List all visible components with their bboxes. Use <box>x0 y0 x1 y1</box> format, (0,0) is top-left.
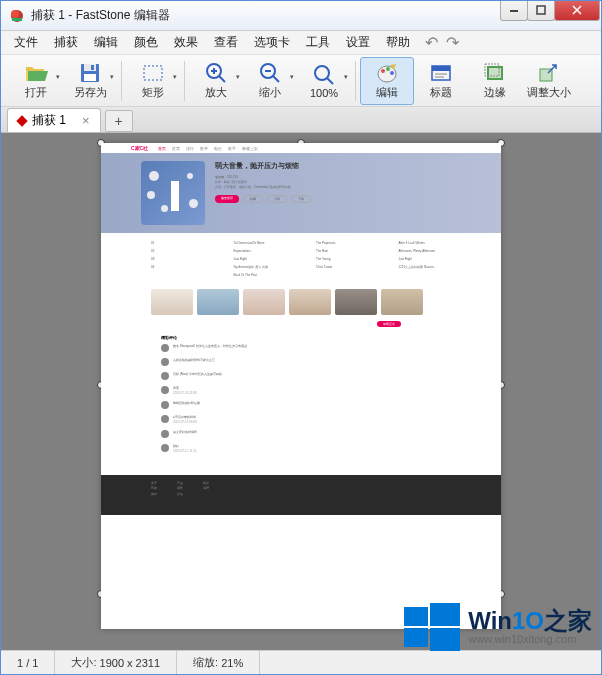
play-button: 播放全部 <box>215 195 239 203</box>
site-logo: C家C社 <box>131 145 148 151</box>
svg-rect-4 <box>537 6 545 14</box>
comments-section: 精彩评论 匿名 Shunyuan2 陪伴让人生有意义，时光让岁月有痕迹 人类发明… <box>101 329 501 465</box>
svg-rect-9 <box>144 66 162 80</box>
rect-button[interactable]: 矩形▾ <box>126 57 180 105</box>
svg-point-1 <box>11 10 19 18</box>
playlist-title: 弱大音量，抛开压力与烦恼 <box>215 161 461 171</box>
menu-view[interactable]: 查看 <box>207 32 245 53</box>
magnifier-icon <box>313 63 335 87</box>
resize-icon <box>538 61 560 85</box>
undo-icon[interactable]: ↶ <box>425 33 438 52</box>
svg-point-12 <box>315 66 329 80</box>
svg-point-15 <box>386 67 390 71</box>
site-nav: 首页推荐排行歌单电台歌手新碟上架 <box>158 146 264 151</box>
album-cover <box>141 161 205 225</box>
svg-point-16 <box>390 71 394 75</box>
modified-indicator-icon <box>16 115 27 126</box>
zoomout-button[interactable]: 缩小▾ <box>243 57 297 105</box>
statusbar: 1 / 1 大小: 1900 x 2311 缩放: 21% <box>1 650 601 674</box>
resize-button[interactable]: 调整大小 <box>522 57 576 105</box>
menu-tabs[interactable]: 选项卡 <box>247 32 297 53</box>
menubar: 文件 捕获 编辑 颜色 效果 查看 选项卡 工具 设置 帮助 ↶ ↷ <box>1 31 601 55</box>
svg-rect-8 <box>84 74 96 81</box>
svg-rect-6 <box>84 64 96 71</box>
zoom-indicator: 缩放: 21% <box>177 651 260 674</box>
size-indicator: 大小: 1900 x 2311 <box>55 651 177 674</box>
tab-close-icon[interactable]: × <box>82 113 90 128</box>
menu-color[interactable]: 颜色 <box>127 32 165 53</box>
captured-image[interactable]: C家C社 首页推荐排行歌单电台歌手新碟上架 弱大音量，抛开压力与烦恼 <box>101 143 501 629</box>
menu-file[interactable]: 文件 <box>7 32 45 53</box>
palette-icon <box>376 61 398 85</box>
preview-content: C家C社 首页推荐排行歌单电台歌手新碟上架 弱大音量，抛开压力与烦恼 <box>101 143 501 629</box>
folder-open-icon <box>24 61 48 85</box>
save-icon <box>79 61 101 85</box>
menu-tool[interactable]: 工具 <box>299 32 337 53</box>
separator <box>355 61 356 101</box>
document-tab[interactable]: 捕获 1 × <box>7 108 101 132</box>
svg-point-14 <box>381 69 385 73</box>
app-window: 捕获 1 - FastStone 编辑器 文件 捕获 编辑 颜色 效果 查看 选… <box>0 0 602 675</box>
site-footer: 关于帮助条款 产品服务反馈 联系招聘 <box>101 475 501 515</box>
svg-rect-2 <box>12 18 22 21</box>
menu-capture[interactable]: 捕获 <box>47 32 85 53</box>
maximize-button[interactable] <box>527 1 555 21</box>
edge-icon <box>484 61 506 85</box>
edge-button[interactable]: 边缘 <box>468 57 522 105</box>
related-thumbs <box>101 285 501 319</box>
zoom100-button[interactable]: 100%▾ <box>297 57 351 105</box>
page-indicator: 1 / 1 <box>1 651 55 674</box>
titlebar: 捕获 1 - FastStone 编辑器 <box>1 1 601 31</box>
svg-rect-21 <box>488 67 502 79</box>
zoom-in-icon <box>205 61 227 85</box>
rect-select-icon <box>142 61 164 85</box>
svg-rect-18 <box>432 66 450 71</box>
open-button[interactable]: 打开▾ <box>9 57 63 105</box>
hero-section: 弱大音量，抛开压力与烦恼 播放量：252,745 标签：欧美 流行 轻音乐 介绍… <box>101 153 501 233</box>
saveas-button[interactable]: 另存为▾ <box>63 57 117 105</box>
title-button[interactable]: 标题 <box>414 57 468 105</box>
menu-help[interactable]: 帮助 <box>379 32 417 53</box>
minimize-button[interactable] <box>500 1 528 21</box>
edit-button[interactable]: 编辑 <box>360 57 414 105</box>
menu-effect[interactable]: 效果 <box>167 32 205 53</box>
svg-rect-7 <box>91 65 94 70</box>
tab-label: 捕获 1 <box>32 112 66 129</box>
load-more: 加载更多 <box>377 321 401 327</box>
new-tab-button[interactable]: + <box>105 110 133 132</box>
separator <box>184 61 185 101</box>
title-icon <box>430 61 452 85</box>
canvas-area[interactable]: C家C社 首页推荐排行歌单电台歌手新碟上架 弱大音量，抛开压力与烦恼 <box>1 133 601 650</box>
tabbar: 捕获 1 × + <box>1 107 601 133</box>
menu-settings[interactable]: 设置 <box>339 32 377 53</box>
window-controls <box>501 1 601 23</box>
menu-edit[interactable]: 编辑 <box>87 32 125 53</box>
track-list: 01To Dream and To MoveThe PapercutsAfter… <box>101 233 501 285</box>
redo-icon[interactable]: ↷ <box>446 33 459 52</box>
toolbar: 打开▾ 另存为▾ 矩形▾ 放大▾ 缩小▾ 100%▾ 编辑 <box>1 55 601 107</box>
close-button[interactable] <box>554 1 600 21</box>
separator <box>121 61 122 101</box>
svg-rect-3 <box>510 10 518 12</box>
app-icon <box>9 8 25 24</box>
window-title: 捕获 1 - FastStone 编辑器 <box>31 7 501 24</box>
zoomin-button[interactable]: 放大▾ <box>189 57 243 105</box>
zoom-out-icon <box>259 61 281 85</box>
